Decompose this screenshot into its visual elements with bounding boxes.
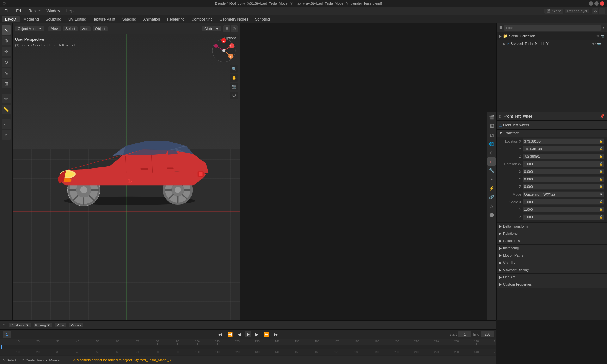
visibility-header[interactable]: ▶ Visibility xyxy=(497,259,607,266)
tab-add[interactable]: + xyxy=(274,16,282,22)
jump-end-button[interactable]: ⏭ xyxy=(273,331,280,337)
preferences-button[interactable]: ☰ xyxy=(599,8,605,14)
tab-animation[interactable]: Animation xyxy=(140,16,163,22)
prop-icon-view-layer[interactable]: 🗂 xyxy=(487,131,496,139)
timeline-track[interactable]: 1102030405060708090100110120130140150160… xyxy=(0,345,496,355)
prop-icon-material[interactable]: ⬤ xyxy=(487,210,496,219)
tool-select[interactable]: ↖ xyxy=(2,25,11,35)
jump-start-button[interactable]: ⏮ xyxy=(217,331,224,337)
transform-header[interactable]: ▼ Transform xyxy=(497,130,607,136)
location-y-field[interactable]: -454.38138 🔓 xyxy=(523,146,604,152)
rotation-mode-select[interactable]: Quaternion (WXYZ) ▼ xyxy=(523,191,604,197)
minimize-button[interactable]: — xyxy=(589,1,593,6)
transform-orientation[interactable]: Global ▼ xyxy=(202,26,221,31)
tab-sculpting[interactable]: Sculpting xyxy=(43,16,64,22)
tool-annotate[interactable]: ✏ xyxy=(2,94,11,103)
viewport-display-header[interactable]: ▶ Viewport Display xyxy=(497,266,607,273)
instancing-header[interactable]: ▶ Instancing xyxy=(497,245,607,252)
prop-icon-output[interactable]: 🖼 xyxy=(487,122,496,130)
scene-collection-row[interactable]: ▶ 📁 Scene Collection 👁 📷 xyxy=(497,32,607,40)
prop-pin-icon[interactable]: 📌 xyxy=(600,114,604,118)
scale-x-lock[interactable]: 🔓 xyxy=(599,200,603,203)
tab-texture-paint[interactable]: Texture Paint xyxy=(90,16,119,22)
location-x-field[interactable]: 373.38165 🔓 xyxy=(523,138,604,144)
keying-button[interactable]: Keying ▼ xyxy=(34,323,52,327)
next-frame-button[interactable]: ▶ xyxy=(254,331,260,337)
render-preview-button[interactable]: ⬡ xyxy=(230,92,238,99)
scale-x-field[interactable]: 1.000 🔓 xyxy=(523,199,604,205)
render-layer-selector[interactable]: RenderLayer xyxy=(565,9,589,13)
rotation-z-field[interactable]: 0.000 🔓 xyxy=(523,184,604,190)
tool-move[interactable]: ✛ xyxy=(2,47,11,56)
rotation-y-lock[interactable]: 🔓 xyxy=(599,178,603,181)
engine-button[interactable]: ⚙ xyxy=(592,8,598,14)
view-button[interactable]: View xyxy=(55,323,66,327)
object-row[interactable]: ▶ △ Stylized_Tesla_Model_Y 👁 📷 xyxy=(497,40,607,47)
rotation-x-field[interactable]: 0.000 🔓 xyxy=(523,169,604,174)
prev-frame-button[interactable]: ◀ xyxy=(236,331,242,337)
tab-uv-editing[interactable]: UV Editing xyxy=(65,16,89,22)
tab-geometry-nodes[interactable]: Geometry Nodes xyxy=(216,16,251,22)
menu-window[interactable]: Window xyxy=(44,8,63,14)
prop-icon-render[interactable]: 🎬 xyxy=(487,113,496,121)
scene-selector[interactable]: 🎬 Scene xyxy=(544,9,563,14)
prop-icon-constraints[interactable]: 🔗 xyxy=(487,193,496,201)
visibility-icon[interactable]: 👁 xyxy=(596,34,599,38)
menu-render[interactable]: Render xyxy=(26,8,43,14)
rotation-z-lock[interactable]: 🔓 xyxy=(599,185,603,188)
location-x-lock[interactable]: 🔓 xyxy=(599,140,603,143)
prop-icon-particles[interactable]: ✦ xyxy=(487,175,496,183)
tool-add-box[interactable]: ▭ xyxy=(2,119,11,129)
prev-keyframe-button[interactable]: ⏪ xyxy=(226,331,234,337)
rotation-w-lock[interactable]: 🔓 xyxy=(599,162,603,166)
tool-rotate[interactable]: ↻ xyxy=(2,58,11,67)
rotation-x-lock[interactable]: 🔓 xyxy=(599,170,603,173)
rotation-w-field[interactable]: 1.000 🔓 xyxy=(523,161,604,167)
line-art-header[interactable]: ▶ Line Art xyxy=(497,274,607,281)
menu-edit[interactable]: Edit xyxy=(14,8,25,14)
object-mode-button[interactable]: Object Mode ▼ xyxy=(15,26,44,31)
prop-icon-modifiers[interactable]: 🔧 xyxy=(487,166,496,174)
end-frame-field[interactable]: 250 xyxy=(481,331,494,337)
tool-cursor[interactable]: ⊕ xyxy=(2,36,11,46)
outliner-filter-button[interactable]: ▾ xyxy=(603,26,604,30)
close-button[interactable]: × xyxy=(600,1,604,6)
tab-layout[interactable]: Layout xyxy=(2,16,20,22)
scale-z-field[interactable]: 1.000 🔓 xyxy=(523,214,604,220)
delta-transform-header[interactable]: ▶ Delta Transform xyxy=(497,223,607,230)
tool-measure[interactable]: 📏 xyxy=(2,105,11,114)
add-menu[interactable]: Add xyxy=(80,26,91,31)
properties-object-name[interactable]: Front_left_wheel xyxy=(503,114,598,118)
location-y-lock[interactable]: 🔓 xyxy=(599,147,603,150)
snap-button[interactable]: ⊞ xyxy=(223,25,230,32)
prop-icon-world[interactable]: ⊙ xyxy=(487,149,496,157)
render-visibility-icon[interactable]: 📷 xyxy=(601,34,604,38)
tool-transform[interactable]: ⊞ xyxy=(2,79,11,88)
scale-y-field[interactable]: 1.000 🔓 xyxy=(523,207,604,212)
hand-button[interactable]: ✋ xyxy=(230,74,238,82)
playback-button[interactable]: Playback ▼ xyxy=(9,323,31,327)
properties-scroll-area[interactable]: ▼ Transform Location X 373.38165 🔓 Y -45… xyxy=(497,130,607,320)
start-frame-field[interactable]: 1 xyxy=(458,331,471,337)
current-frame-display[interactable]: 1 xyxy=(3,331,11,338)
custom-properties-header[interactable]: ▶ Custom Properties xyxy=(497,281,607,288)
prop-icon-scene[interactable]: 🌐 xyxy=(487,140,496,148)
prop-icon-data[interactable]: △ xyxy=(487,202,496,210)
rotation-y-field[interactable]: 0.000 🔓 xyxy=(523,176,604,182)
scale-z-lock[interactable]: 🔓 xyxy=(599,215,603,219)
tool-add-circle[interactable]: ○ xyxy=(2,130,11,140)
object-render-visibility[interactable]: 📷 xyxy=(597,42,601,46)
select-menu[interactable]: Select xyxy=(63,26,78,31)
menu-file[interactable]: File xyxy=(2,8,13,14)
play-button[interactable]: ▶ xyxy=(245,331,251,337)
relations-header[interactable]: ▶ Relations xyxy=(497,230,607,237)
outliner-search-input[interactable] xyxy=(504,25,601,31)
collections-header[interactable]: ▶ Collections xyxy=(497,237,607,244)
tab-modeling[interactable]: Modeling xyxy=(20,16,42,22)
object-menu[interactable]: Object xyxy=(93,26,108,31)
tab-scripting[interactable]: Scripting xyxy=(252,16,273,22)
menu-help[interactable]: Help xyxy=(63,8,76,14)
object-visibility[interactable]: 👁 xyxy=(592,42,596,46)
tool-scale[interactable]: ⤡ xyxy=(2,68,11,78)
view-menu[interactable]: View xyxy=(48,26,61,31)
